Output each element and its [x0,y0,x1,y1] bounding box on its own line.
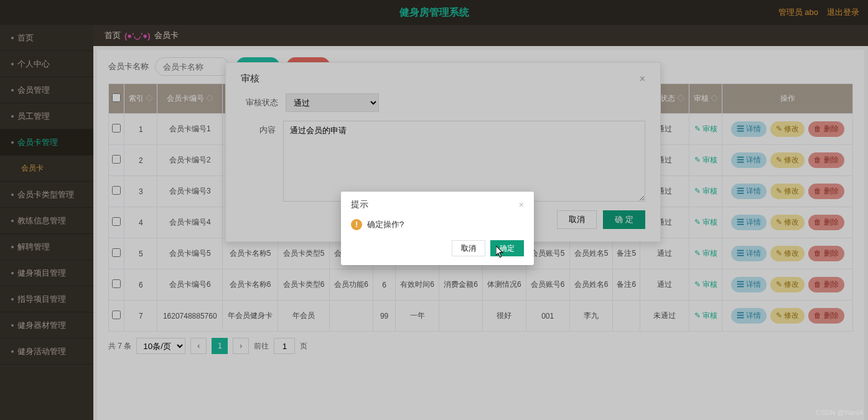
confirm-dialog: 提示 × ! 确定操作? 取消 确定 [341,192,534,265]
close-icon[interactable]: × [519,200,524,210]
dialog-ok-button[interactable]: 确定 [490,240,524,256]
dialog-message: 确定操作? [367,219,404,230]
warning-icon: ! [351,219,362,230]
dialog-cancel-button[interactable]: 取消 [452,240,485,256]
dialog-title: 提示 [351,199,368,210]
watermark: CSDN @Yaml4 [816,409,863,416]
